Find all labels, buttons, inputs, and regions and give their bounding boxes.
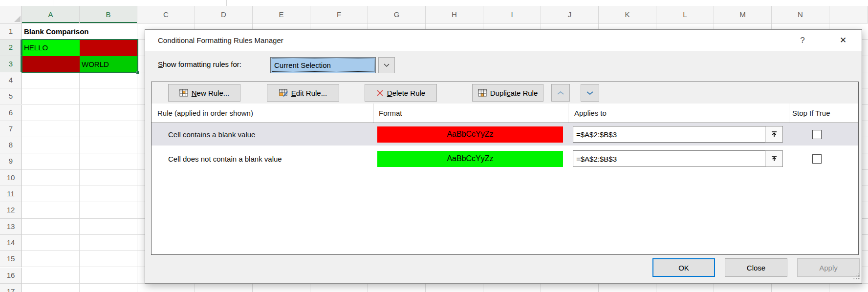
column-header-F[interactable]: F bbox=[310, 6, 368, 23]
rule-format-cell: AaBbCcYyZz bbox=[373, 151, 568, 167]
column-header-J[interactable]: J bbox=[541, 6, 599, 23]
applies-to-input[interactable] bbox=[573, 126, 765, 143]
header-format-column: Format bbox=[373, 104, 568, 123]
column-header-C[interactable]: C bbox=[137, 6, 195, 23]
rule-format-cell: AaBbCcYyZz bbox=[373, 126, 568, 143]
row-header-7[interactable]: 7 bbox=[0, 121, 22, 137]
format-preview: AaBbCcYyZz bbox=[377, 151, 563, 167]
row-header-4[interactable]: 4 bbox=[0, 72, 22, 88]
formula-bar-remnant bbox=[0, 0, 868, 6]
row-header-14[interactable]: 14 bbox=[0, 235, 22, 251]
scope-combobox[interactable]: Current Selection bbox=[270, 57, 376, 73]
cell-B3-text: WORLD bbox=[82, 60, 109, 68]
duplicate-rule-button[interactable]: Duplicate Rule bbox=[472, 84, 543, 102]
scope-combobox-value: Current Selection bbox=[272, 59, 374, 72]
cell-B3[interactable]: WORLD bbox=[80, 56, 137, 72]
row-header-6[interactable]: 6 bbox=[0, 105, 22, 121]
header-rule-column: Rule (applied in order shown) bbox=[152, 104, 373, 123]
column-header-A[interactable]: A bbox=[22, 6, 80, 23]
rules-toolbar: New Rule... Edit Rule... bbox=[152, 82, 858, 104]
row-header-2[interactable]: 2 bbox=[0, 40, 22, 56]
column-header-L[interactable]: L bbox=[656, 6, 714, 23]
apply-button[interactable]: Apply bbox=[797, 258, 860, 277]
move-rule-down-button[interactable] bbox=[581, 84, 599, 102]
duplicate-rule-label: Duplicate Rule bbox=[490, 89, 538, 97]
cell-A2-text: HELLO bbox=[24, 43, 48, 52]
cell-B2[interactable] bbox=[80, 40, 137, 56]
chevron-down-icon bbox=[383, 63, 390, 67]
table-icon bbox=[179, 89, 188, 97]
row-header-11[interactable]: 11 bbox=[0, 186, 22, 202]
rule-row-blank[interactable]: Cell contains a blank value AaBbCcYyZz bbox=[152, 123, 858, 146]
cell-A3[interactable] bbox=[22, 56, 80, 72]
scope-combobox-dropdown-button[interactable] bbox=[378, 57, 395, 73]
close-button[interactable]: Close bbox=[725, 258, 787, 277]
column-header-E[interactable]: E bbox=[253, 6, 310, 23]
row-header-15[interactable]: 15 bbox=[0, 251, 22, 267]
delete-rule-label: Delete Rule bbox=[387, 89, 425, 97]
applies-to-input[interactable] bbox=[573, 150, 765, 167]
show-formatting-rules-label: Show formatting rules for: bbox=[158, 60, 241, 68]
column-header-B[interactable]: B bbox=[80, 6, 137, 23]
edit-rule-button[interactable]: Edit Rule... bbox=[267, 84, 339, 102]
range-picker-button[interactable] bbox=[765, 150, 783, 167]
row-header-5[interactable]: 5 bbox=[0, 88, 22, 104]
row-header-13[interactable]: 13 bbox=[0, 219, 22, 235]
new-rule-button[interactable]: New Rule... bbox=[168, 84, 240, 102]
cell-A1-text: Blank Comparison bbox=[24, 27, 89, 36]
row-header-8[interactable]: 8 bbox=[0, 137, 22, 153]
table-icon bbox=[478, 89, 487, 97]
stop-if-true-checkbox[interactable] bbox=[812, 154, 822, 164]
select-all-corner[interactable] bbox=[0, 6, 22, 23]
dialog-title: Conditional Formatting Rules Manager bbox=[158, 30, 283, 51]
row-header-16[interactable]: 16 bbox=[0, 268, 22, 284]
collapse-dialog-icon bbox=[770, 130, 778, 138]
rules-panel: New Rule... Edit Rule... bbox=[151, 82, 859, 255]
divider bbox=[226, 0, 227, 6]
column-header-partial[interactable] bbox=[829, 6, 868, 23]
row-header-3[interactable]: 3 bbox=[0, 56, 22, 72]
row-header-10[interactable]: 10 bbox=[0, 170, 22, 186]
rule-stop-cell bbox=[789, 154, 858, 164]
table-edit-icon bbox=[279, 89, 288, 97]
range-picker-button[interactable] bbox=[765, 126, 783, 143]
format-preview: AaBbCcYyZz bbox=[377, 126, 563, 143]
header-stop-if-true-column: Stop If True bbox=[789, 104, 858, 123]
column-header-N[interactable]: N bbox=[772, 6, 829, 23]
column-header-D[interactable]: D bbox=[195, 6, 253, 23]
collapse-dialog-icon bbox=[770, 155, 778, 163]
delete-rule-button[interactable]: Delete Rule bbox=[365, 84, 437, 102]
stop-if-true-checkbox[interactable] bbox=[812, 130, 822, 139]
cell-A2[interactable]: HELLO bbox=[22, 40, 80, 56]
column-header-K[interactable]: K bbox=[599, 6, 656, 23]
divider bbox=[53, 0, 53, 6]
row-header-9[interactable]: 9 bbox=[0, 153, 22, 169]
rule-name: Cell does not contain a blank value bbox=[152, 155, 373, 163]
dialog-titlebar[interactable]: Conditional Formatting Rules Manager ? ✕ bbox=[145, 30, 862, 51]
cell-A1[interactable]: Blank Comparison bbox=[22, 23, 134, 39]
help-icon[interactable]: ? bbox=[795, 30, 810, 51]
row-header-12[interactable]: 12 bbox=[0, 202, 22, 218]
red-x-icon bbox=[376, 89, 384, 97]
column-header-M[interactable]: M bbox=[714, 6, 772, 23]
resize-grip-icon[interactable] bbox=[853, 273, 860, 282]
ok-button[interactable]: OK bbox=[652, 258, 715, 277]
rule-name: Cell contains a blank value bbox=[152, 130, 373, 139]
row-header-17[interactable]: 17 bbox=[0, 284, 22, 292]
header-applies-to-column: Applies to bbox=[568, 104, 789, 123]
rule-applies-cell bbox=[568, 150, 789, 167]
column-header-I[interactable]: I bbox=[483, 6, 541, 23]
rule-row-not-blank[interactable]: Cell does not contain a blank value AaBb… bbox=[152, 147, 858, 170]
column-header-G[interactable]: G bbox=[368, 6, 426, 23]
row-header-1[interactable]: 1 bbox=[0, 23, 22, 40]
rules-list-header: Rule (applied in order shown) Format App… bbox=[152, 104, 858, 123]
chevron-down-icon bbox=[586, 91, 594, 95]
new-rule-label: New Rule... bbox=[192, 89, 230, 97]
column-header-H[interactable]: H bbox=[426, 6, 483, 23]
move-rule-up-button[interactable] bbox=[551, 84, 570, 102]
rule-stop-cell bbox=[789, 130, 858, 139]
close-icon[interactable]: ✕ bbox=[835, 30, 851, 51]
excel-screen: ABCDEFGHIJKLMN 1234567891011121314151617… bbox=[0, 0, 868, 292]
rule-applies-cell bbox=[568, 126, 789, 143]
conditional-formatting-rules-manager-dialog: Conditional Formatting Rules Manager ? ✕… bbox=[145, 29, 862, 284]
